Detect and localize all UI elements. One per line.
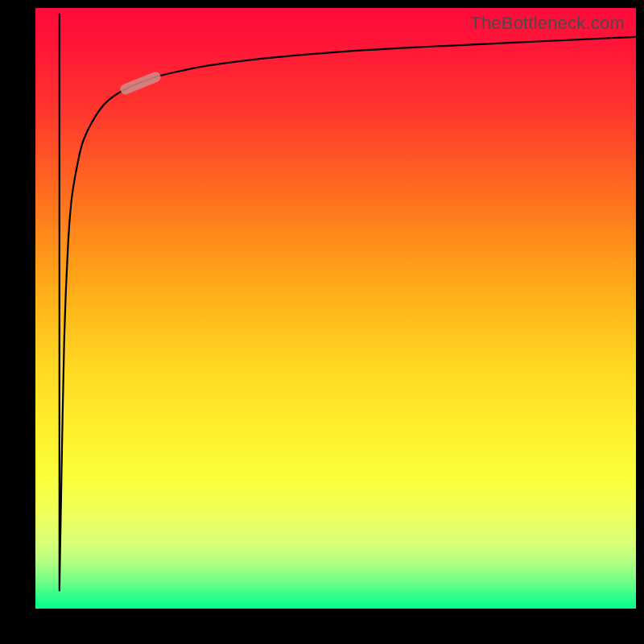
highlight-segment: [126, 77, 155, 89]
curve-path: [60, 14, 636, 591]
chart-frame: TheBottleneck.com: [0, 0, 644, 644]
chart-svg: [35, 8, 636, 609]
plot-area: TheBottleneck.com: [35, 8, 636, 609]
